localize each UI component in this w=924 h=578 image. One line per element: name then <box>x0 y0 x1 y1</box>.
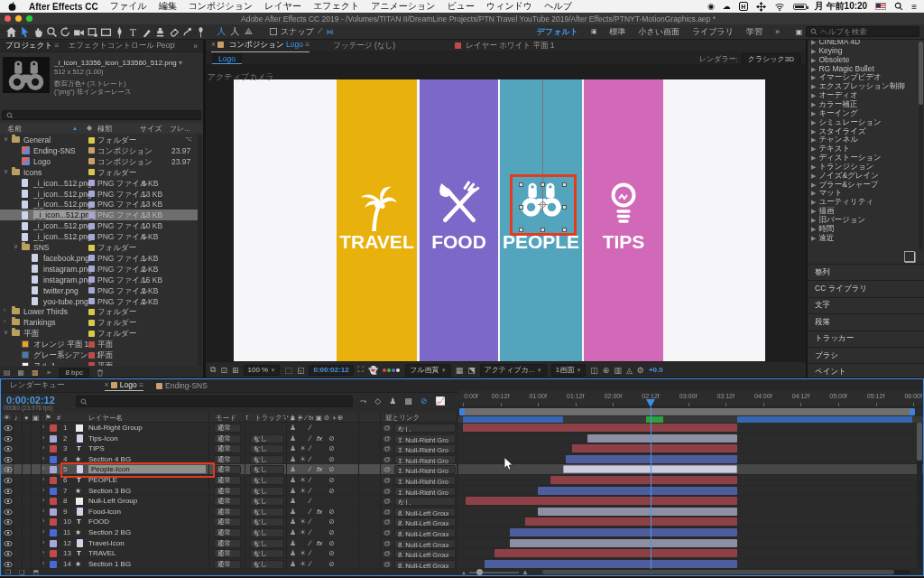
expand-arrow-icon[interactable]: ▶ <box>811 226 816 232</box>
world-axis-mode-icon[interactable]: 人 <box>228 25 242 38</box>
motion-blur-switch[interactable]: ⊘ <box>328 434 335 443</box>
workspace-ライブラリ[interactable]: ライブラリ <box>692 26 734 38</box>
layer-row-TIPS[interactable]: ›3TTIPS通常▼なし▼♟☀∕⊘@1. Null-Right Group▼ <box>1 443 457 454</box>
label-chip[interactable] <box>88 147 95 154</box>
help-search-input[interactable] <box>820 27 910 36</box>
composition-frame[interactable]: TRAVELFOODPEOPLETIPS <box>234 79 765 361</box>
label-chip[interactable] <box>88 201 95 208</box>
exposure-icon[interactable]: ⚙ <box>637 366 644 375</box>
project-item-twitter-png[interactable]: twitter.pngPNG ファイル2 KB <box>0 285 198 296</box>
shy-switch[interactable]: ♟ <box>290 549 296 557</box>
project-item--1[interactable]: オレンジ 平面 1平面 <box>0 339 198 350</box>
label-color-chip[interactable] <box>50 518 57 526</box>
expand-arrow-icon[interactable]: › <box>42 444 44 451</box>
tab-composition[interactable]: × コンポジション Logo ≡ <box>211 40 310 52</box>
quality-switch[interactable]: ∕ <box>310 455 310 463</box>
collapse-switch[interactable]: ☀ <box>300 528 306 536</box>
zoom-in-mountain-icon[interactable]: ▲ <box>522 568 529 576</box>
layer-name[interactable]: Section 3 BG <box>88 487 131 495</box>
label-chip[interactable] <box>88 331 95 337</box>
solo-column-icon[interactable]: ● <box>24 414 29 422</box>
project-item--1[interactable]: グレー系シアン... 1平面 <box>0 350 198 360</box>
item-name[interactable]: facebook.png <box>43 254 89 263</box>
label-color-chip[interactable] <box>50 477 57 484</box>
layer-name[interactable]: Food-Icon <box>88 508 121 516</box>
layer-bar-TRAVEL[interactable] <box>494 549 738 557</box>
layer-name[interactable]: TIPS <box>88 444 105 452</box>
expand-arrow-icon[interactable]: ▶ <box>811 190 816 196</box>
snapshot-icon[interactable]: ⛶ <box>358 365 364 375</box>
visibility-eye-icon[interactable] <box>4 466 13 473</box>
layer-name[interactable]: Null-Right Group <box>88 424 143 432</box>
label-color-chip[interactable] <box>50 466 57 473</box>
fx-category--[interactable]: ▶オーディオ <box>808 90 916 99</box>
create-comp-icon[interactable]: ▩ <box>32 368 39 377</box>
collapse-switch[interactable]: ☀ <box>300 444 306 452</box>
visibility-eye-icon[interactable] <box>4 498 13 505</box>
parent-pickwhip-icon[interactable]: @ <box>383 424 391 432</box>
roto-brush-tool-icon[interactable] <box>180 25 194 38</box>
expand-arrow-icon[interactable]: ▶ <box>811 110 816 117</box>
tab-timeline-logo[interactable]: × Logo ≡ <box>105 380 144 391</box>
quality-switch[interactable]: ∕ <box>310 508 310 516</box>
layer-bar-Section-4-BG[interactable] <box>566 455 737 463</box>
hand-tool-icon[interactable] <box>32 25 45 38</box>
expand-arrow-icon[interactable]: › <box>42 487 44 493</box>
aux-monitor-icon[interactable]: ⊞ <box>232 366 239 375</box>
label-chip[interactable] <box>88 341 95 348</box>
cloud-icon[interactable]: ☁ <box>723 2 731 11</box>
project-item-Rankings[interactable]: ›Rankingsフォルダー <box>0 317 198 328</box>
quality-switch[interactable]: ∕ <box>310 476 310 484</box>
expand-arrow-icon[interactable]: ▶ <box>811 154 816 161</box>
expand-arrow-icon[interactable]: ▶ <box>811 83 816 89</box>
label-chip[interactable] <box>88 255 95 261</box>
project-search-box[interactable] <box>2 110 201 120</box>
shy-switch[interactable]: ♟ <box>290 539 296 547</box>
parent-pickwhip-icon[interactable]: @ <box>383 539 391 547</box>
expand-arrow-icon[interactable]: › <box>42 476 44 482</box>
wifi-icon[interactable] <box>774 2 785 12</box>
zoom-slider-track[interactable] <box>469 572 519 573</box>
label-color-chip[interactable] <box>50 508 57 516</box>
layer-row-Null-Left-Group[interactable]: ›8Null-Left Group通常▼なし▼♟∕@なし▼ <box>1 496 457 507</box>
motion-blur-switch[interactable]: ⊘ <box>328 487 335 495</box>
project-item-Lower-Thirds[interactable]: ›Lower Thirdsフォルダー <box>0 306 198 317</box>
record-icon[interactable]: ◉ <box>707 2 715 11</box>
blend-mode-select[interactable]: 通常▼ <box>214 528 241 537</box>
item-name[interactable]: instagram.png <box>43 265 92 274</box>
item-name[interactable]: _i_icon...512.png <box>33 200 92 209</box>
expand-arrow-icon[interactable]: › <box>42 528 44 535</box>
layer-row-Section-2-BG[interactable]: ›11★Section 2 BG通常▼なし▼♟☀∕⊘@8. Null-Left … <box>1 527 457 538</box>
layer-name[interactable]: Section 1 BG <box>88 560 131 568</box>
track-matte-select[interactable]: なし▼ <box>250 528 284 537</box>
parent-select[interactable]: なし▼ <box>394 497 456 506</box>
item-name[interactable]: instagram.png <box>43 275 92 284</box>
switches-columns[interactable]: ♟ ☀ ∕ fx ▣ ⊘ ◑ ⊕ <box>290 414 343 422</box>
track-matte-select[interactable]: なし▼ <box>250 508 284 517</box>
parent-select[interactable]: なし▼ <box>394 424 456 433</box>
shy-switch[interactable]: ♟ <box>290 465 296 473</box>
timeline-zoom-control[interactable]: ▲ ▲ <box>461 568 529 576</box>
menu-コンポジション[interactable]: コンポジション <box>189 0 254 13</box>
track-matte-select[interactable]: なし▼ <box>250 560 284 569</box>
snap-checkbox[interactable] <box>270 28 277 35</box>
pixel-aspect-icon[interactable]: ◫ <box>590 366 598 375</box>
expand-arrow-icon[interactable]: ▶ <box>811 208 816 214</box>
expand-arrow-icon[interactable]: › <box>42 560 44 566</box>
project-item-General[interactable]: ∨Generalフォルダー⌥ <box>0 135 198 145</box>
render-engine-icon[interactable]: ➣ <box>46 368 52 377</box>
fx-category--[interactable]: ▶ノイズ&グレイン <box>808 171 916 180</box>
section-tips[interactable]: TIPS <box>584 79 663 361</box>
layer-name[interactable]: Tips-Icon <box>88 434 118 443</box>
rotation-tool-icon[interactable] <box>59 25 72 38</box>
sort-arrow-icon[interactable]: ▲ <box>72 126 78 131</box>
show-snapshot-icon[interactable]: 👻 <box>368 366 378 375</box>
blend-mode-select[interactable]: 通常▼ <box>214 424 241 433</box>
parent-select[interactable]: 8. Null-Left Group▼ <box>394 539 456 548</box>
track-matte-select[interactable]: なし▼ <box>250 517 284 527</box>
blend-mode-select[interactable]: 通常▼ <box>214 549 241 558</box>
visibility-eye-icon[interactable] <box>4 540 13 547</box>
expand-arrow-icon[interactable]: ▶ <box>811 57 816 63</box>
snap-option1-icon[interactable]: ⟋ <box>318 27 323 36</box>
col-name[interactable]: 名前 <box>7 124 22 134</box>
